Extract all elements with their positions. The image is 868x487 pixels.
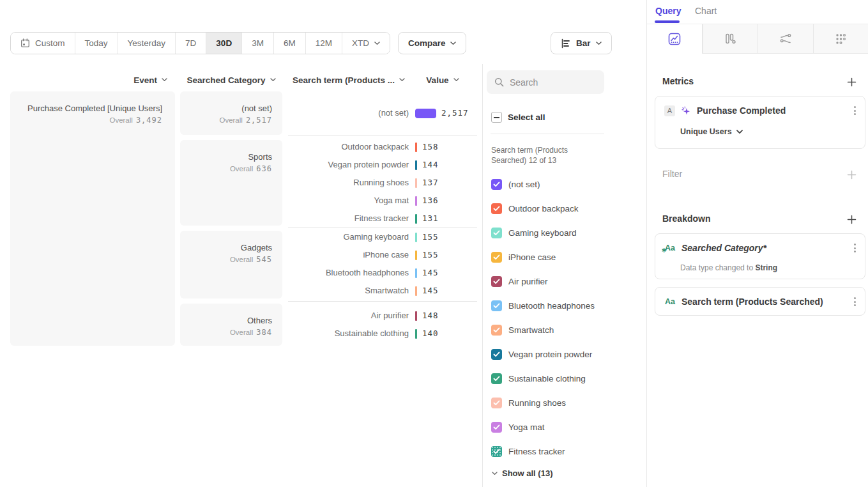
- legend-item-label: Sustainable clothing: [508, 374, 586, 383]
- legend-item-checkbox[interactable]: Smartwatch: [491, 325, 554, 336]
- category-card[interactable]: GadgetsOverall545: [180, 231, 282, 298]
- date-range-12m[interactable]: 12M: [306, 33, 342, 54]
- value-bar[interactable]: [415, 196, 417, 206]
- breakdown-subtitle: Data type changed to String: [680, 263, 777, 272]
- metric-name: Purchase Completed: [697, 105, 786, 116]
- checkbox-icon: [491, 349, 502, 360]
- breakdown-heading: Breakdown: [662, 213, 710, 224]
- value-bar[interactable]: [415, 329, 417, 339]
- value-bar[interactable]: [415, 178, 417, 188]
- checkbox-icon: [491, 300, 502, 311]
- metric-card[interactable]: A Purchase Completed Unique Users: [655, 96, 865, 149]
- measure-dropdown[interactable]: Unique Users: [680, 127, 743, 136]
- date-range-xtd[interactable]: XTD: [342, 33, 390, 54]
- legend-item-checkbox[interactable]: Fitness tracker: [491, 446, 565, 457]
- legend-item-checkbox[interactable]: Gaming keyboard: [491, 228, 577, 238]
- checkbox-icon: [491, 446, 502, 457]
- value-bar[interactable]: [415, 214, 417, 224]
- legend-divider: [491, 134, 604, 134]
- plus-icon: [847, 170, 857, 180]
- group-separator: [288, 301, 477, 302]
- date-range-label: XTD: [352, 38, 369, 48]
- search-input[interactable]: [510, 77, 593, 88]
- legend-item-checkbox[interactable]: (not set): [491, 179, 540, 190]
- filter-heading: Filter: [662, 169, 682, 179]
- tab-insights[interactable]: [647, 24, 703, 54]
- value-number: 145: [422, 268, 439, 278]
- column-header-category[interactable]: Searched Category: [180, 74, 282, 86]
- value-bar[interactable]: [415, 160, 417, 170]
- date-range-7d[interactable]: 7D: [176, 33, 206, 54]
- show-all-button[interactable]: Show all (13): [492, 468, 552, 478]
- event-card[interactable]: Purchase Completed [Unique Users] Overal…: [10, 91, 175, 346]
- tab-funnels[interactable]: [703, 24, 758, 54]
- date-range-30d[interactable]: 30D: [206, 33, 242, 54]
- date-range-today[interactable]: Today: [75, 33, 118, 54]
- legend-item-checkbox[interactable]: Vegan protein powder: [491, 349, 592, 360]
- checkbox-icon: [491, 325, 502, 336]
- checkbox-icon: [491, 373, 502, 384]
- value-bar[interactable]: [415, 311, 417, 321]
- legend-search: [487, 70, 604, 94]
- breakdown-menu-button[interactable]: [853, 296, 857, 307]
- select-all-checkbox[interactable]: Select all: [491, 112, 545, 123]
- breakdown-card-searched-category[interactable]: Aa∗ Searched Category* Data type changed…: [655, 233, 865, 279]
- value-number: 131: [422, 213, 439, 224]
- date-range-3m[interactable]: 3M: [242, 33, 274, 54]
- value-bar[interactable]: [415, 109, 436, 118]
- value-bar[interactable]: [415, 268, 417, 278]
- value-number: 136: [422, 196, 439, 206]
- value-bar[interactable]: [415, 233, 417, 242]
- date-range-label: Today: [85, 38, 108, 48]
- legend-item-checkbox[interactable]: Yoga mat: [491, 422, 545, 433]
- legend-item-label: Smartwatch: [508, 325, 554, 335]
- category-card[interactable]: OthersOverall384: [180, 304, 282, 346]
- horizontal-bar-chart-icon: [561, 38, 571, 49]
- category-card[interactable]: (not set)Overall2,517: [180, 91, 282, 135]
- date-range-custom[interactable]: Custom: [11, 33, 75, 54]
- breakdown-menu-button[interactable]: [853, 242, 857, 254]
- breakdown-card-search-term[interactable]: Aa Search term (Products Searched): [655, 287, 865, 316]
- legend-item-checkbox[interactable]: Bluetooth headphones: [491, 300, 595, 311]
- active-tab-underline: [655, 20, 680, 23]
- checkbox-icon: [491, 276, 502, 287]
- value-bar[interactable]: [415, 143, 417, 152]
- legend-item-checkbox[interactable]: Outdoor backpack: [491, 203, 579, 214]
- legend-item-checkbox[interactable]: Running shoes: [491, 398, 566, 408]
- add-filter-button[interactable]: [846, 169, 857, 180]
- column-header-search-term-label: Search term (Products ...: [293, 75, 395, 85]
- tab-chart[interactable]: Chart: [695, 6, 717, 16]
- compare-label: Compare: [408, 38, 446, 48]
- column-header-value[interactable]: Value: [416, 74, 469, 86]
- breakdown-name: Search term (Products Searched): [681, 297, 823, 307]
- category-name: Gadgets: [187, 242, 272, 254]
- value-bar[interactable]: [415, 286, 417, 296]
- legend-item-checkbox[interactable]: Sustainable clothing: [491, 373, 586, 384]
- date-range-label: Custom: [35, 38, 65, 48]
- category-card[interactable]: SportsOverall636: [180, 140, 282, 226]
- date-range-yesterday[interactable]: Yesterday: [118, 33, 176, 54]
- add-metric-button[interactable]: [846, 76, 857, 88]
- plus-icon: [847, 77, 857, 87]
- category-overall: Overall636: [187, 163, 272, 175]
- value-number: 158: [422, 142, 439, 152]
- legend-item-label: Fitness tracker: [508, 447, 565, 456]
- date-range-label: 3M: [252, 38, 264, 48]
- chart-type-dropdown[interactable]: Bar: [551, 32, 612, 54]
- tab-query[interactable]: Query: [655, 6, 681, 16]
- date-range-6m[interactable]: 6M: [274, 33, 306, 54]
- legend-item-checkbox[interactable]: Air purifier: [491, 276, 548, 287]
- compare-button[interactable]: Compare: [398, 32, 467, 54]
- tab-flows[interactable]: [758, 24, 813, 54]
- tab-retention[interactable]: [813, 24, 868, 54]
- column-header-search-term[interactable]: Search term (Products ...: [287, 74, 410, 86]
- column-header-event[interactable]: Event: [10, 74, 167, 86]
- legend-item-checkbox[interactable]: iPhone case: [491, 252, 556, 263]
- value-bar[interactable]: [415, 251, 417, 260]
- chevron-down-icon: [374, 42, 380, 45]
- metric-menu-button[interactable]: [853, 105, 857, 116]
- category-overall: Overall384: [187, 327, 272, 339]
- group-separator: [288, 228, 477, 228]
- checkbox-icon: [491, 203, 502, 214]
- add-breakdown-button[interactable]: [846, 213, 857, 225]
